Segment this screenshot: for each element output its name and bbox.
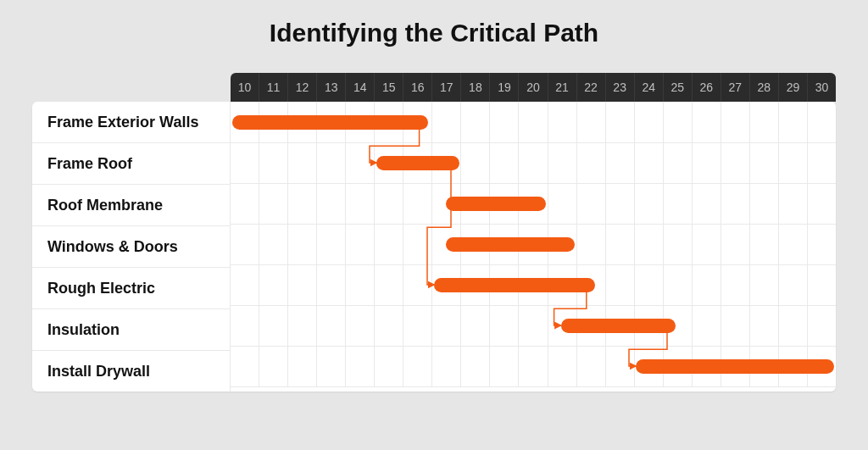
- timeline-day: 17: [432, 73, 461, 102]
- gantt-bar: [561, 319, 676, 333]
- task-label: Windows & Doors: [32, 226, 231, 268]
- timeline-day: 14: [346, 73, 375, 102]
- chart-title: Identifying the Critical Path: [0, 19, 868, 47]
- timeline-day: 24: [635, 73, 664, 102]
- chart-body: Frame Exterior WallsFrame RoofRoof Membr…: [32, 102, 836, 392]
- timeline-day: 22: [577, 73, 606, 102]
- gantt-chart-figure: Identifying the Critical Path 1011121314…: [0, 0, 868, 450]
- gantt-bars-layer: [231, 102, 836, 386]
- gantt-bar: [232, 115, 428, 130]
- timeline-header: 1011121314151617181920212223242526272829…: [231, 73, 836, 102]
- timeline-day: 27: [721, 73, 750, 102]
- timeline-day: 21: [548, 73, 577, 102]
- timeline-day: 20: [519, 73, 548, 102]
- timeline-day: 15: [375, 73, 403, 102]
- timeline-day: 23: [606, 73, 635, 102]
- task-label: Roof Membrane: [32, 185, 231, 226]
- timeline-day: 28: [750, 73, 779, 102]
- task-labels-column: Frame Exterior WallsFrame RoofRoof Membr…: [32, 102, 231, 392]
- timeline-day: 26: [693, 73, 721, 102]
- timeline-day: 19: [490, 73, 519, 102]
- timeline-day: 10: [231, 73, 259, 102]
- task-label: Install Drywall: [32, 351, 231, 392]
- timeline-day: 18: [461, 73, 490, 102]
- timeline-day: 30: [808, 73, 836, 102]
- gantt-bar: [636, 359, 834, 374]
- gantt-bar: [446, 197, 546, 211]
- gantt-bar: [376, 156, 459, 170]
- task-label: Rough Electric: [32, 268, 231, 309]
- timeline-day: 25: [664, 73, 693, 102]
- timeline-day: 16: [403, 73, 432, 102]
- timeline-day: 13: [317, 73, 346, 102]
- gantt-chart: 1011121314151617181920212223242526272829…: [32, 73, 836, 392]
- timeline-day: 12: [288, 73, 317, 102]
- gantt-grid: [231, 102, 836, 386]
- task-label: Insulation: [32, 309, 231, 351]
- gantt-bar: [434, 278, 595, 292]
- task-label: Frame Roof: [32, 143, 231, 185]
- task-label: Frame Exterior Walls: [32, 102, 231, 143]
- timeline-day: 11: [259, 73, 288, 102]
- timeline-day: 29: [779, 73, 808, 102]
- gantt-bar: [446, 237, 575, 252]
